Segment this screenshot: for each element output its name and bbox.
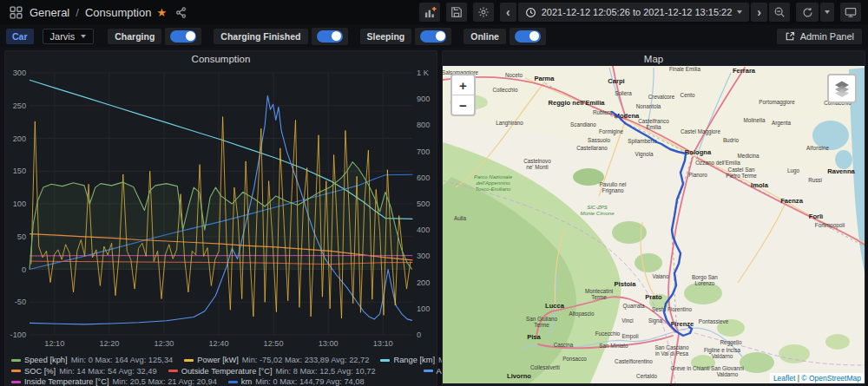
refresh-interval-caret[interactable]: [820, 3, 834, 22]
map-label: Reggello: [720, 339, 742, 346]
legend-item[interactable]: Outside Temperature [°C]Min: 8 Max: 12,5…: [168, 366, 376, 377]
chevron-down-icon: [737, 10, 742, 14]
map-label: Vaiano: [652, 273, 669, 279]
dashboard-settings-gear-icon[interactable]: [473, 3, 494, 22]
map-label: Pontassieve: [699, 318, 729, 324]
car-variable-label: Car: [6, 29, 34, 44]
legend-series-name: Outside Temperature [°C]: [181, 366, 273, 377]
share-icon[interactable]: [172, 3, 189, 21]
legend-color-dash: [11, 381, 21, 383]
save-dashboard-icon[interactable]: [446, 3, 467, 22]
variable-group-sleeping: Sleeping: [360, 28, 452, 45]
dashboard-submenu: Car Jarvis ChargingCharging FinishedSlee…: [0, 24, 868, 48]
legend-item[interactable]: Speed [kph]Min: 0 Max: 164 Avg: 125,34: [11, 355, 173, 366]
map-label: Parco Nazionaledell'AppenninoTosco-Emili…: [474, 174, 513, 192]
map-label: Cento: [681, 92, 695, 98]
legend-color-dash: [228, 381, 238, 383]
map-label: Portomaggiore: [759, 99, 795, 106]
consumption-chart[interactable]: 300250200150100500-50-1001 K900800700600…: [5, 66, 435, 350]
time-picker: ‹ 2021-12-12 12:05:26 to 2021-12-12 13:1…: [500, 3, 790, 22]
add-panel-icon[interactable]: [419, 3, 440, 22]
map-label: San Cascianoin Val di Pesa: [654, 344, 689, 357]
time-shift-back-icon[interactable]: ‹: [500, 3, 516, 22]
svg-text:800: 800: [417, 121, 430, 129]
svg-text:12:40: 12:40: [209, 339, 229, 348]
map-label: Collesalvetti: [530, 364, 560, 370]
map-container[interactable]: SalsomaggioreTermeNocetoParmaCollecchioC…: [443, 66, 865, 383]
map-label: Bologna: [685, 148, 712, 156]
variable-toggle-charging-finished[interactable]: [312, 28, 348, 45]
clock-icon: [525, 7, 536, 18]
legend-item[interactable]: kmMin: 0 Max: 144,79 Avg: 74,08: [228, 376, 365, 386]
map-label: Noceto: [505, 72, 523, 78]
svg-text:50: 50: [17, 232, 26, 241]
legend-item[interactable]: SOC [%]Min: 14 Max: 54 Avg: 32,49: [11, 366, 157, 377]
map-label: Aulla: [454, 215, 466, 221]
legend-color-dash: [11, 370, 21, 372]
legend-series-stats: Min: 8 Max: 12,5 Avg: 10,72: [276, 366, 376, 377]
dashboard-grid: Consumption 300250200150100500-50-1001 K…: [0, 48, 868, 386]
map-zoom-control: + −: [450, 74, 476, 116]
legend-item[interactable]: Inside Temperature [°C]Min: 20,5 Max: 21…: [11, 376, 217, 386]
variable-toggle-online[interactable]: [510, 28, 546, 45]
map-label: Crevalcore: [648, 94, 675, 100]
zoom-out-time-icon[interactable]: [769, 3, 790, 22]
map-label: Forlì: [809, 213, 823, 220]
kiosk-monitor-icon[interactable]: [840, 3, 861, 22]
map-label: Pisa: [527, 333, 541, 341]
breadcrumb-page[interactable]: Consumption: [85, 6, 152, 19]
breadcrumb-separator: /: [76, 6, 79, 19]
map-panel-title[interactable]: Map: [443, 51, 865, 66]
map-label: Ferrara: [733, 67, 756, 75]
legend-series-name: km: [241, 376, 252, 386]
time-shift-forward-icon[interactable]: ›: [751, 3, 767, 22]
map-label: Livorno: [507, 372, 531, 380]
map-label: Signa: [648, 317, 663, 324]
dashboards-grid-icon[interactable]: [7, 3, 24, 21]
legend-color-dash: [424, 370, 433, 372]
refresh-icon[interactable]: [796, 3, 819, 22]
osm-link[interactable]: © OpenStreetMap: [801, 374, 861, 383]
map-label: Sesto Fiorentino: [652, 306, 692, 312]
map-label: Russi: [808, 177, 822, 183]
map-label: Ozzano dell'Emilia: [695, 160, 740, 166]
map-label: Scandiano: [570, 121, 596, 128]
map-zoom-out-button[interactable]: −: [452, 95, 474, 114]
legend-series-stats: Min: 20,5 Max: 21 Avg: 20,94: [113, 376, 217, 386]
map-label: Carpi: [608, 77, 624, 85]
svg-text:12:30: 12:30: [154, 339, 174, 348]
leaflet-map[interactable]: SalsomaggioreTermeNocetoParmaCollecchioC…: [443, 66, 865, 383]
map-zoom-in-button[interactable]: +: [452, 75, 474, 95]
variable-label-charging-finished: Charging Finished: [214, 29, 307, 44]
legend-series-stats: Min: 0 Max: 144,79 Avg: 74,08: [255, 376, 364, 386]
map-label: Lucca: [545, 302, 565, 310]
map-label: Budrio: [723, 137, 740, 143]
map-label: Imola: [751, 181, 769, 189]
map-label: Vignola: [635, 151, 654, 158]
consumption-panel-title[interactable]: Consumption: [5, 51, 437, 66]
star-icon[interactable]: ★: [156, 7, 167, 18]
chart-legend: Speed [kph]Min: 0 Max: 164 Avg: 125,34Po…: [5, 354, 437, 386]
map-layers-button[interactable]: [827, 74, 857, 103]
svg-text:150: 150: [13, 167, 26, 175]
svg-text:700: 700: [417, 147, 430, 156]
breadcrumb-section[interactable]: General: [30, 6, 69, 19]
variable-toggle-sleeping[interactable]: [415, 28, 451, 45]
car-variable-select[interactable]: Jarvis: [43, 29, 95, 44]
map-label: Nonantola: [636, 103, 661, 109]
time-range-picker[interactable]: 2021-12-12 12:05:26 to 2021-12-12 13:15:…: [518, 3, 750, 22]
map-label: Vinci: [621, 317, 634, 324]
legend-item[interactable]: Power [kW]Min: -75,02 Max: 233,89 Avg: 2…: [184, 355, 369, 366]
map-label: Lugo: [787, 167, 800, 174]
map-label: Empoli: [621, 333, 638, 340]
variable-label-sleeping: Sleeping: [360, 29, 412, 44]
map-label: Parma: [534, 75, 555, 82]
variable-toggle-charging[interactable]: [165, 28, 201, 45]
time-range-text: 2021-12-12 12:05:26 to 2021-12-12 13:15:…: [542, 7, 733, 17]
toggle-switch-on: [170, 30, 196, 43]
leaflet-link[interactable]: Leaflet: [773, 374, 796, 383]
variable-label-charging: Charging: [108, 29, 161, 44]
legend-series-stats: Min: 0 Max: 164 Avg: 125,34: [71, 355, 174, 366]
admin-panel-link[interactable]: Admin Panel: [777, 29, 862, 44]
map-label: Collecchio: [492, 87, 518, 93]
